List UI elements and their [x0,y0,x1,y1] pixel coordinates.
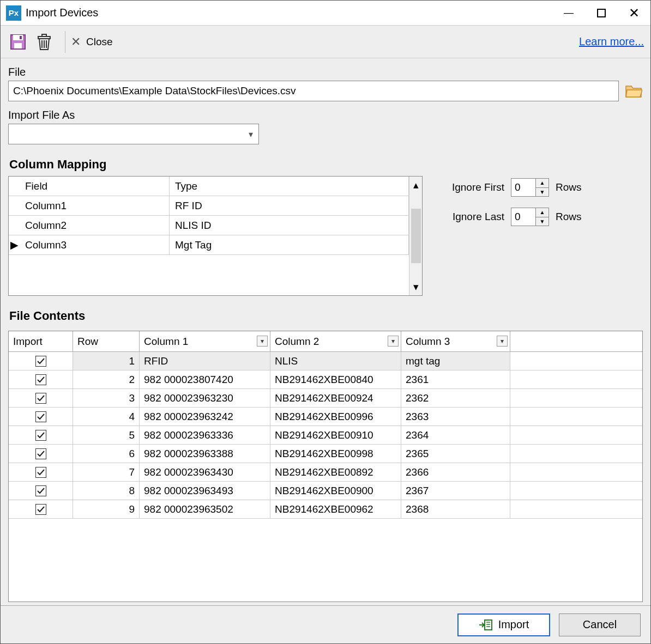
chevron-down-icon: ▾ [249,129,253,139]
import-checkbox-cell[interactable] [9,445,73,463]
column-2-dropdown[interactable]: ▾ [388,336,399,347]
spin-down-icon[interactable]: ▼ [536,188,548,197]
mapping-row[interactable]: Column2NLIS ID [9,216,409,235]
header-import[interactable]: Import [9,331,73,351]
header-column-3[interactable]: Column 3▾ [401,331,510,351]
ignore-last-spinner[interactable]: ▲▼ [511,208,549,226]
mapping-field: Column1 [20,196,170,215]
table-row[interactable]: 4982 000023963242NB291462XBE009962363 [9,408,642,426]
header-column-2[interactable]: Column 2▾ [270,331,401,351]
import-icon [479,619,493,631]
import-checkbox-cell[interactable] [9,389,73,407]
table-row[interactable]: 6982 000023963388NB291462XBE009982365 [9,445,642,463]
minimize-button[interactable]: — [552,1,585,26]
close-button[interactable]: ✕ Close [71,35,113,49]
contents-header-row: Import Row Column 1▾ Column 2▾ Column 3▾ [9,331,642,352]
svg-rect-3 [20,36,22,39]
spin-up-icon[interactable]: ▲ [536,208,548,217]
import-checkbox-cell[interactable] [9,482,73,500]
ignore-options: Ignore First ▲▼ Rows Ignore Last ▲▼ Rows [439,176,582,226]
import-button[interactable]: Import [457,613,550,636]
checkbox[interactable] [35,485,46,496]
import-checkbox-cell[interactable] [9,352,73,370]
cell-column-3: 2361 [401,370,510,388]
file-contents-title: File Contents [9,309,643,323]
toolbar-separator [65,31,65,53]
column-3-dropdown[interactable]: ▾ [497,336,508,347]
titlebar: Px Import Devices — ✕ [1,1,650,26]
browse-button[interactable] [624,82,643,100]
table-row[interactable]: 7982 000023963430NB291462XBE008922366 [9,463,642,482]
import-as-select[interactable]: ▾ [8,124,259,144]
row-number: 4 [73,408,140,426]
minimize-icon: — [564,7,574,19]
cell-column-2: NLIS [270,352,401,370]
table-row[interactable]: 1RFIDNLISmgt tag [9,352,642,370]
ignore-last-rows-label: Rows [556,211,582,223]
import-checkbox-cell[interactable] [9,426,73,444]
cell-column-3: 2363 [401,408,510,426]
ignore-first-input[interactable] [511,179,535,196]
cell-column-1: 982 000023963430 [140,463,270,481]
import-checkbox-cell[interactable] [9,408,73,426]
learn-more-link[interactable]: Learn more... [579,35,644,48]
save-icon [9,33,27,51]
folder-icon [625,84,642,98]
table-row[interactable]: 2982 000023807420NB291462XBE008402361 [9,370,642,389]
cell-column-1: 982 000023963336 [140,426,270,444]
spin-down-icon[interactable]: ▼ [536,217,548,226]
table-row[interactable]: 5982 000023963336NB291462XBE009102364 [9,426,642,445]
checkbox[interactable] [35,374,46,385]
cell-column-2: NB291462XBE00892 [270,463,401,481]
column-1-dropdown[interactable]: ▾ [257,336,268,347]
close-window-button[interactable]: ✕ [618,1,650,26]
checkbox[interactable] [35,411,46,422]
checkbox[interactable] [35,504,46,515]
ignore-first-spinner[interactable]: ▲▼ [511,178,549,197]
table-row[interactable]: 8982 000023963493NB291462XBE009002367 [9,482,642,500]
cell-column-1: 982 000023807420 [140,370,270,388]
mapping-header-field[interactable]: Field [20,177,170,196]
import-checkbox-cell[interactable] [9,500,73,518]
header-row[interactable]: Row [73,331,140,351]
cancel-button[interactable]: Cancel [559,613,641,636]
mapping-type[interactable]: RF ID [170,196,409,215]
mapping-row[interactable]: ▶Column3Mgt Tag [9,235,409,255]
mapping-type[interactable]: NLIS ID [170,216,409,235]
import-checkbox-cell[interactable] [9,463,73,481]
checkbox[interactable] [35,430,46,441]
cell-column-2: NB291462XBE00910 [270,426,401,444]
mapping-header-type[interactable]: Type [170,177,409,196]
checkbox[interactable] [35,448,46,459]
checkbox[interactable] [35,467,46,478]
row-number: 1 [73,352,140,370]
checkbox[interactable] [35,356,46,367]
mapping-scrollbar[interactable]: ▴ ▾ [409,177,422,295]
cell-column-3: 2365 [401,445,510,463]
cancel-button-label: Cancel [583,618,617,631]
save-button[interactable] [7,31,29,53]
cell-column-3: mgt tag [401,352,510,370]
x-icon: ✕ [71,35,81,49]
column-mapping-title: Column Mapping [9,157,643,172]
mapping-type[interactable]: Mgt Tag [170,235,409,254]
mapping-grid[interactable]: Field Type Column1RF IDColumn2NLIS ID▶Co… [8,176,423,296]
table-row[interactable]: 9982 000023963502NB291462XBE009622368 [9,500,642,519]
maximize-button[interactable] [585,1,618,26]
spin-up-icon[interactable]: ▲ [536,179,548,188]
table-row[interactable]: 3982 000023963230NB291462XBE009242362 [9,389,642,408]
app-icon: Px [6,5,21,21]
checkbox[interactable] [35,393,46,404]
ignore-last-input[interactable] [511,208,535,226]
scroll-thumb[interactable] [411,209,421,263]
svg-rect-2 [14,43,22,48]
mapping-row[interactable]: Column1RF ID [9,196,409,216]
header-column-1[interactable]: Column 1▾ [140,331,270,351]
import-checkbox-cell[interactable] [9,370,73,388]
delete-button[interactable] [33,31,55,53]
file-path-input[interactable] [8,81,619,101]
cell-column-2: NB291462XBE00962 [270,500,401,518]
close-icon: ✕ [629,5,640,21]
cell-column-1: 982 000023963502 [140,500,270,518]
file-contents-grid[interactable]: Import Row Column 1▾ Column 2▾ Column 3▾… [8,331,643,602]
